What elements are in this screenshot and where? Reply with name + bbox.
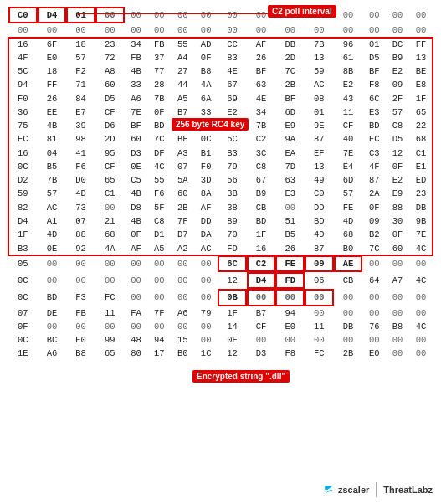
hex-cell: 00	[409, 7, 433, 23]
hex-cell: BC	[38, 333, 67, 347]
table-row: 0CBCE099489415000E00000000000000	[8, 333, 433, 347]
hex-cell: C8	[247, 160, 276, 173]
hex-cell: 87	[362, 173, 386, 187]
hex-cell: 00	[147, 23, 171, 37]
hex-cell: 17	[147, 347, 171, 360]
hex-cell: 7E	[125, 105, 148, 119]
hex-cell: DA	[194, 228, 218, 241]
hex-cell: 37	[147, 51, 171, 64]
hex-cell: 8B	[334, 64, 363, 78]
hex-cell: 0F	[362, 201, 386, 214]
hex-cell: 57	[38, 187, 67, 200]
hex-cell: CC	[218, 38, 247, 51]
hex-cell: 60	[171, 187, 194, 200]
hex-cell: 0C	[8, 289, 38, 306]
hex-cell: BD	[38, 289, 67, 306]
hex-cell: 73	[66, 201, 95, 214]
hex-cell: 49	[305, 173, 334, 187]
hex-cell: A6	[171, 306, 194, 320]
table-row: D27BD065C5555A3D566763496D87E2ED	[8, 173, 433, 187]
hex-cell: 59	[305, 64, 334, 78]
hex-cell: DC	[386, 38, 409, 51]
hex-cell: 00	[386, 23, 409, 37]
hex-cell: B7	[247, 306, 276, 320]
hex-cell: 0E	[38, 242, 67, 255]
hex-cell: F0	[8, 92, 38, 105]
hex-cell: 7E	[334, 147, 363, 160]
hex-cell: 18	[66, 38, 95, 51]
hex-cell: A6	[125, 92, 148, 105]
table-row: 00000000000000000000000000000000	[8, 23, 433, 37]
hex-cell: 00	[194, 289, 218, 306]
hex-cell: 40	[334, 132, 363, 146]
hex-cell: 00	[95, 201, 125, 214]
hex-cell: 4B	[125, 64, 148, 78]
hex-cell: 7B	[147, 92, 171, 105]
table-row: 36EEE7CF7E0FB733E2346D0111E35765	[8, 105, 433, 119]
hex-cell: 75	[8, 119, 38, 132]
hex-cell: B0	[171, 347, 194, 360]
hex-cell: D2	[8, 173, 38, 187]
hex-cell: EC	[362, 132, 386, 146]
hex-cell: 69	[218, 92, 247, 105]
hex-cell: EE	[38, 105, 67, 119]
hex-cell: 00	[334, 23, 363, 37]
hex-cell: 4C	[409, 242, 433, 255]
hex-cell: 44	[171, 78, 194, 91]
table-row: 4FE05772FB37A40F83262D1361D5B913	[8, 51, 433, 64]
hex-cell: 00	[147, 7, 171, 23]
hex-cell: 21	[95, 214, 125, 228]
hex-cell: D3	[247, 347, 276, 360]
hex-cell: 57	[386, 105, 409, 119]
hex-cell: 1C	[194, 347, 218, 360]
hex-cell: 00	[125, 23, 148, 37]
hex-cell: 96	[334, 38, 363, 51]
hex-cell: 72	[95, 51, 125, 64]
hex-cell: 26	[247, 51, 276, 64]
hex-cell: 00	[362, 7, 386, 23]
hex-cell: B1	[194, 147, 218, 160]
hex-cell: 00	[409, 255, 433, 272]
hex-cell: 38	[218, 201, 247, 214]
hex-cell: BF	[171, 132, 194, 146]
hex-cell: 4B	[125, 187, 148, 200]
hex-cell: 7C	[362, 242, 386, 255]
table-row: EC81982D607CBF0C5CC29A8740ECD568	[8, 132, 433, 146]
table-row: 0C0000000000000012D4FD06CB64A74C	[8, 272, 433, 289]
hex-cell: FF	[409, 38, 433, 51]
hex-cell: 94	[147, 333, 171, 347]
hex-cell: 00	[334, 7, 363, 23]
hex-cell: D0	[66, 173, 95, 187]
hex-cell: C8	[386, 119, 409, 132]
hex-cell: 76	[362, 320, 386, 333]
hex-cell: BF	[362, 64, 386, 78]
hex-cell: 4C	[409, 272, 433, 289]
hex-cell: 00	[334, 289, 363, 306]
encrypted-dll-annotation: Encrypted string ".dll"	[192, 370, 290, 383]
hex-cell: 0F	[8, 320, 38, 333]
hex-cell: 00	[362, 333, 386, 347]
hex-cell: 94	[8, 78, 38, 91]
hex-cell: 82	[8, 201, 38, 214]
hex-cell: FA	[125, 306, 148, 320]
hex-cell: 5C	[218, 132, 247, 146]
hex-cell: E7	[66, 105, 95, 119]
hex-cell: 2D	[275, 51, 305, 64]
hex-cell: D4	[38, 7, 67, 23]
hex-cell: 00	[334, 333, 363, 347]
hex-cell: 95	[95, 147, 125, 160]
hex-cell: B8	[386, 320, 409, 333]
hex-cell: 7F	[171, 214, 194, 228]
hex-cell: 8A	[194, 187, 218, 200]
hex-cell: DD	[194, 214, 218, 228]
hex-cell: 65	[95, 347, 125, 360]
hex-cell: 34	[247, 105, 276, 119]
hex-cell: 00	[386, 347, 409, 360]
hex-cell: 00	[38, 272, 67, 289]
hex-cell: 94	[275, 306, 305, 320]
hex-cell: BE	[409, 64, 433, 78]
hex-cell: 41	[66, 147, 95, 160]
hex-cell: 0E	[125, 160, 148, 173]
hex-cell: 00	[247, 23, 276, 37]
hex-cell: 87	[305, 242, 334, 255]
